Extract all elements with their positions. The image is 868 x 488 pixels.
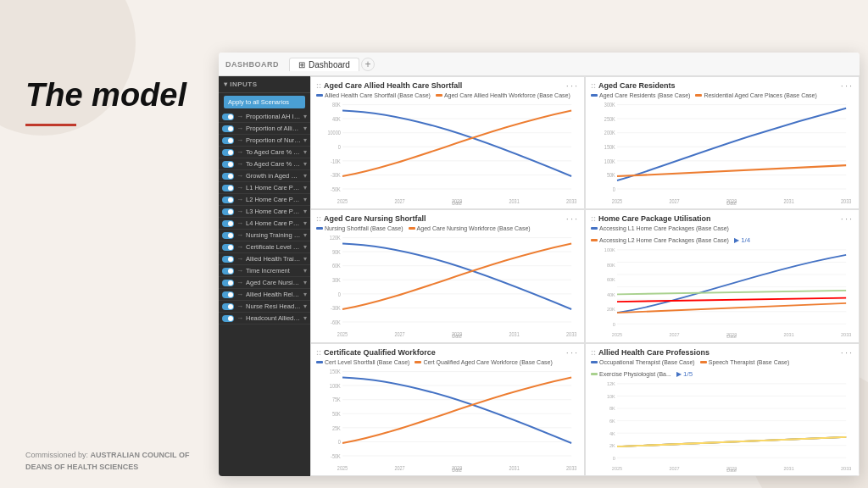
toggle-icon[interactable] xyxy=(222,232,234,239)
dropdown-icon[interactable]: ▾ xyxy=(303,314,307,322)
toggle-icon[interactable] xyxy=(222,125,234,132)
dropdown-icon[interactable]: ▾ xyxy=(303,184,307,191)
sidebar-item-0[interactable]: → Proportional AH Inc... ▾ xyxy=(219,111,310,123)
toggle-icon[interactable] xyxy=(222,268,234,274)
toggle-icon[interactable] xyxy=(222,256,234,263)
sidebar-item-label: Allied Health Relati... xyxy=(246,291,301,298)
toggle-icon[interactable] xyxy=(222,149,234,156)
sidebar-item-14[interactable]: → Aged Care Nursing... ▾ xyxy=(219,277,310,289)
chart-title-3: ::Home Care Package Utilisation xyxy=(591,214,711,223)
svg-text:8K: 8K xyxy=(609,406,615,411)
sidebar-item-12[interactable]: → Allied Health Traini... ▾ xyxy=(219,253,310,265)
chart-menu-dots-4[interactable]: ··· xyxy=(566,347,579,358)
chart-chart6: ::Allied Health Care Professions···Occup… xyxy=(585,343,860,476)
toggle-icon[interactable] xyxy=(222,185,234,191)
sidebar-item-label: Growth in Aged Ca... xyxy=(246,172,301,180)
sidebar-item-11[interactable]: → Certificate Level Tr... ▾ xyxy=(219,241,310,253)
apply-all-scenarios-button[interactable]: Apply to all Scenarios xyxy=(224,96,305,108)
dropdown-icon[interactable]: ▾ xyxy=(303,279,307,286)
svg-text:250K: 250K xyxy=(604,115,616,122)
legend-nav[interactable]: ▶ 1/4 xyxy=(734,236,750,244)
add-tab-button[interactable]: + xyxy=(361,58,375,71)
sidebar-item-5[interactable]: → Growth in Aged Ca... ▾ xyxy=(219,170,310,182)
dropdown-icon[interactable]: ▾ xyxy=(303,243,307,251)
dropdown-icon[interactable]: ▾ xyxy=(303,219,307,227)
dropdown-icon[interactable]: ▾ xyxy=(303,291,307,298)
chart-header-4: ::Certificate Qualified Workforce··· xyxy=(316,347,579,358)
tab-dashboard[interactable]: ⊞ Dashboard xyxy=(289,58,359,71)
legend-color xyxy=(591,361,598,363)
sidebar-item-17[interactable]: → Headcount Allied H... ▾ xyxy=(219,313,310,324)
dropdown-icon[interactable]: ▾ xyxy=(303,160,307,168)
sidebar-item-2[interactable]: → Proportion of Nursi... ▾ xyxy=(219,135,310,147)
sidebar-item-10[interactable]: → Nursing Training Int... ▾ xyxy=(219,230,310,241)
svg-text:120K: 120K xyxy=(330,235,342,241)
dropdown-icon[interactable]: ▾ xyxy=(303,302,307,310)
toggle-icon[interactable] xyxy=(222,291,234,298)
toggle-icon[interactable] xyxy=(222,244,234,251)
toggle-icon[interactable] xyxy=(222,137,234,144)
sidebar-item-7[interactable]: → L2 Home Care Pack... ▾ xyxy=(219,194,310,206)
svg-text:100K: 100K xyxy=(604,158,616,164)
svg-text:80K: 80K xyxy=(332,102,342,108)
svg-text:2031: 2031 xyxy=(509,464,520,471)
chart-menu-dots-0[interactable]: ··· xyxy=(566,80,579,91)
sidebar-item-4[interactable]: → To Aged Care % N... ▾ xyxy=(219,158,310,170)
dropdown-icon[interactable]: ▾ xyxy=(303,148,307,156)
toggle-icon[interactable] xyxy=(222,220,234,227)
svg-text:10K: 10K xyxy=(607,393,615,398)
sidebar-item-label: Nurse Resi Headco... xyxy=(246,302,301,310)
chart-menu-dots-2[interactable]: ··· xyxy=(566,214,579,224)
toggle-icon[interactable] xyxy=(222,197,234,203)
toggle-icon[interactable] xyxy=(222,315,234,322)
sidebar-item-16[interactable]: → Nurse Resi Headco... ▾ xyxy=(219,301,310,313)
sidebar-item-1[interactable]: → Proportion of Allied... ▾ xyxy=(219,123,310,135)
chart-svg-2: 20252027202920312033120K90K60K30K0-30K-6… xyxy=(316,233,579,338)
legend-color xyxy=(695,94,702,97)
chart-menu-dots-5[interactable]: ··· xyxy=(841,347,854,358)
drag-icon: :: xyxy=(316,348,321,357)
dropdown-icon[interactable]: ▾ xyxy=(303,231,307,239)
tab-bar: ⊞ Dashboard + xyxy=(289,58,375,71)
dashboard-label: DASHBOARD xyxy=(225,60,279,69)
svg-text:-30K: -30K xyxy=(331,172,341,179)
sidebar-item-13[interactable]: → Time Increment ▾ xyxy=(219,265,310,277)
left-panel: The model xyxy=(25,76,220,126)
dropdown-icon[interactable]: ▾ xyxy=(303,113,307,120)
chart-menu-dots-3[interactable]: ··· xyxy=(841,214,854,224)
dropdown-icon[interactable]: ▾ xyxy=(303,208,307,215)
sidebar-item-6[interactable]: → L1 Home Care Pack... ▾ xyxy=(219,182,310,194)
svg-text:2033: 2033 xyxy=(841,197,852,204)
svg-text:-10K: -10K xyxy=(331,158,341,164)
toggle-icon[interactable] xyxy=(222,208,234,215)
legend-color xyxy=(436,94,442,97)
dropdown-icon[interactable]: ▾ xyxy=(303,267,307,274)
dropdown-icon[interactable]: ▾ xyxy=(303,196,307,203)
toggle-icon[interactable] xyxy=(222,173,234,180)
arrow-icon: → xyxy=(236,291,243,298)
sidebar-item-15[interactable]: → Allied Health Relati... ▾ xyxy=(219,289,310,301)
chart-header-2: ::Aged Care Nursing Shortfall··· xyxy=(316,214,579,224)
toggle-icon[interactable] xyxy=(222,280,234,286)
svg-text:50K: 50K xyxy=(607,172,616,179)
sidebar-item-label: Time Increment xyxy=(246,267,301,274)
sidebar-item-9[interactable]: → L4 Home Care Pack... ▾ xyxy=(219,218,310,230)
toggle-icon[interactable] xyxy=(222,303,234,310)
arrow-icon: → xyxy=(236,148,243,156)
svg-text:2031: 2031 xyxy=(783,332,793,337)
legend-item-3-1: Accessing L2 Home Care Packages (Base Ca… xyxy=(591,236,729,244)
dropdown-icon[interactable]: ▾ xyxy=(303,136,307,144)
toggle-icon[interactable] xyxy=(222,161,234,168)
svg-text:40K: 40K xyxy=(607,292,615,297)
sidebar-item-3[interactable]: → To Aged Care % AH ▾ xyxy=(219,147,310,158)
chart-chart1: ::Aged Care Allied Health Care Shortfall… xyxy=(310,76,585,209)
dropdown-icon[interactable]: ▾ xyxy=(303,125,307,132)
svg-text:2033: 2033 xyxy=(566,330,577,337)
svg-text:2033: 2033 xyxy=(566,464,577,471)
chart-menu-dots-1[interactable]: ··· xyxy=(841,80,854,91)
toggle-icon[interactable] xyxy=(222,114,234,120)
dropdown-icon[interactable]: ▾ xyxy=(303,172,307,180)
sidebar-item-8[interactable]: → L3 Home Care Pack... ▾ xyxy=(219,206,310,218)
legend-nav[interactable]: ▶ 1/5 xyxy=(676,370,693,378)
dropdown-icon[interactable]: ▾ xyxy=(303,255,307,263)
